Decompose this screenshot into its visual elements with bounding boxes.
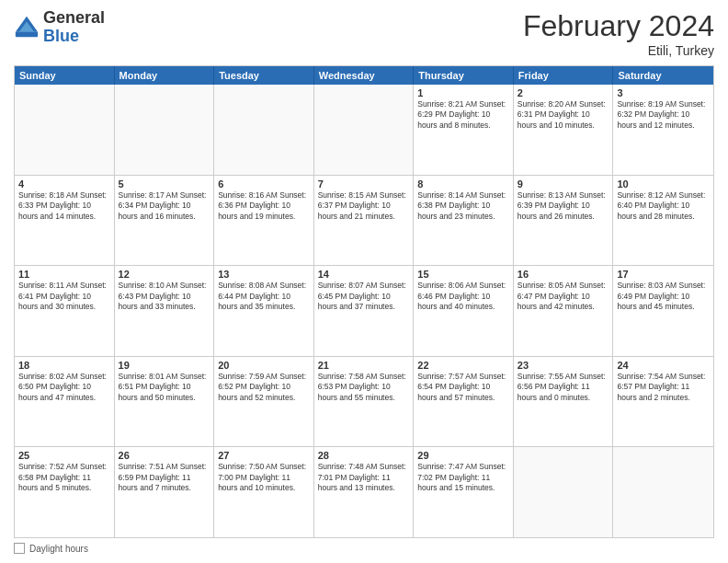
- day-number: 19: [119, 360, 210, 371]
- cal-cell-w0-d2: [214, 85, 314, 175]
- week-row-2: 11Sunrise: 8:11 AM Sunset: 6:41 PM Dayli…: [15, 265, 713, 356]
- day-number: 1: [417, 87, 509, 98]
- day-number: 23: [518, 360, 609, 371]
- logo-general: General: [43, 9, 105, 28]
- day-info: Sunrise: 8:13 AM Sunset: 6:39 PM Dayligh…: [518, 190, 609, 222]
- day-info: Sunrise: 8:07 AM Sunset: 6:45 PM Dayligh…: [318, 281, 410, 312]
- cal-cell-w2-d2: 13Sunrise: 8:08 AM Sunset: 6:44 PM Dayli…: [214, 266, 314, 356]
- day-info: Sunrise: 8:10 AM Sunset: 6:43 PM Dayligh…: [119, 281, 210, 312]
- day-number: 2: [518, 87, 609, 98]
- cal-cell-w4-d6: [613, 447, 713, 537]
- cal-cell-w4-d3: 28Sunrise: 7:48 AM Sunset: 7:01 PM Dayli…: [314, 447, 415, 537]
- day-number: 22: [417, 360, 509, 371]
- cal-cell-w3-d1: 19Sunrise: 8:01 AM Sunset: 6:51 PM Dayli…: [115, 357, 215, 447]
- day-number: 17: [617, 269, 710, 280]
- day-info: Sunrise: 8:01 AM Sunset: 6:51 PM Dayligh…: [119, 372, 210, 403]
- cal-cell-w2-d6: 17Sunrise: 8:03 AM Sunset: 6:49 PM Dayli…: [613, 266, 713, 356]
- location-title: Etili, Turkey: [523, 43, 714, 58]
- cal-cell-w1-d3: 7Sunrise: 8:15 AM Sunset: 6:37 PM Daylig…: [314, 176, 415, 266]
- header-monday: Monday: [115, 66, 215, 85]
- calendar: Sunday Monday Tuesday Wednesday Thursday…: [14, 65, 714, 538]
- cal-cell-w3-d5: 23Sunrise: 7:55 AM Sunset: 6:56 PM Dayli…: [514, 357, 614, 447]
- cal-cell-w1-d4: 8Sunrise: 8:14 AM Sunset: 6:38 PM Daylig…: [414, 176, 514, 266]
- footer: Daylight hours: [14, 543, 714, 554]
- header-tuesday: Tuesday: [214, 66, 314, 85]
- day-info: Sunrise: 8:02 AM Sunset: 6:50 PM Dayligh…: [18, 372, 110, 403]
- day-info: Sunrise: 8:17 AM Sunset: 6:34 PM Dayligh…: [119, 190, 210, 222]
- day-number: 8: [417, 178, 509, 190]
- cal-cell-w3-d6: 24Sunrise: 7:54 AM Sunset: 6:57 PM Dayli…: [613, 357, 713, 447]
- day-number: 12: [119, 269, 210, 280]
- day-info: Sunrise: 8:06 AM Sunset: 6:46 PM Dayligh…: [417, 281, 509, 312]
- day-number: 28: [318, 450, 410, 461]
- header-sunday: Sunday: [15, 66, 115, 85]
- day-info: Sunrise: 8:03 AM Sunset: 6:49 PM Dayligh…: [617, 281, 710, 312]
- cal-cell-w1-d6: 10Sunrise: 8:12 AM Sunset: 6:40 PM Dayli…: [613, 176, 713, 266]
- header: General Blue February 2024 Etili, Turkey: [14, 9, 714, 58]
- cal-cell-w4-d4: 29Sunrise: 7:47 AM Sunset: 7:02 PM Dayli…: [414, 447, 514, 537]
- day-info: Sunrise: 7:57 AM Sunset: 6:54 PM Dayligh…: [417, 372, 509, 403]
- day-info: Sunrise: 7:47 AM Sunset: 7:02 PM Dayligh…: [417, 462, 509, 493]
- day-number: 14: [318, 269, 410, 280]
- day-number: 11: [18, 269, 110, 280]
- day-number: 26: [119, 450, 210, 461]
- cal-cell-w3-d0: 18Sunrise: 8:02 AM Sunset: 6:50 PM Dayli…: [15, 357, 115, 447]
- day-number: 27: [218, 450, 310, 461]
- cal-cell-w4-d2: 27Sunrise: 7:50 AM Sunset: 7:00 PM Dayli…: [214, 447, 314, 537]
- daylight-label: Daylight hours: [29, 544, 88, 554]
- page: General Blue February 2024 Etili, Turkey…: [0, 0, 728, 563]
- day-number: 7: [318, 178, 410, 190]
- cal-cell-w2-d5: 16Sunrise: 8:05 AM Sunset: 6:47 PM Dayli…: [514, 266, 614, 356]
- day-number: 3: [617, 87, 710, 98]
- cal-cell-w1-d0: 4Sunrise: 8:18 AM Sunset: 6:33 PM Daylig…: [15, 176, 115, 266]
- day-info: Sunrise: 8:05 AM Sunset: 6:47 PM Dayligh…: [518, 281, 609, 312]
- month-title: February 2024: [523, 9, 714, 43]
- day-info: Sunrise: 7:48 AM Sunset: 7:01 PM Dayligh…: [318, 462, 410, 493]
- day-number: 16: [518, 269, 609, 280]
- day-number: 20: [218, 360, 310, 371]
- header-saturday: Saturday: [613, 66, 713, 85]
- header-wednesday: Wednesday: [314, 66, 415, 85]
- title-block: February 2024 Etili, Turkey: [523, 9, 714, 58]
- day-number: 6: [218, 178, 310, 190]
- cal-cell-w0-d6: 3Sunrise: 8:19 AM Sunset: 6:32 PM Daylig…: [613, 85, 713, 175]
- cal-cell-w1-d1: 5Sunrise: 8:17 AM Sunset: 6:34 PM Daylig…: [115, 176, 215, 266]
- cal-cell-w4-d0: 25Sunrise: 7:52 AM Sunset: 6:58 PM Dayli…: [15, 447, 115, 537]
- day-info: Sunrise: 8:21 AM Sunset: 6:29 PM Dayligh…: [417, 99, 509, 131]
- cal-cell-w4-d1: 26Sunrise: 7:51 AM Sunset: 6:59 PM Dayli…: [115, 447, 215, 537]
- day-info: Sunrise: 7:59 AM Sunset: 6:52 PM Dayligh…: [218, 372, 310, 403]
- day-number: 15: [417, 269, 509, 280]
- calendar-body: 1Sunrise: 8:21 AM Sunset: 6:29 PM Daylig…: [15, 85, 713, 537]
- cal-cell-w2-d1: 12Sunrise: 8:10 AM Sunset: 6:43 PM Dayli…: [115, 266, 215, 356]
- day-info: Sunrise: 8:14 AM Sunset: 6:38 PM Dayligh…: [417, 190, 509, 222]
- cal-cell-w1-d2: 6Sunrise: 8:16 AM Sunset: 6:36 PM Daylig…: [214, 176, 314, 266]
- day-number: 13: [218, 269, 310, 280]
- logo-icon: [14, 15, 40, 40]
- logo: General Blue: [14, 9, 105, 46]
- day-info: Sunrise: 8:19 AM Sunset: 6:32 PM Dayligh…: [617, 99, 710, 131]
- day-info: Sunrise: 8:11 AM Sunset: 6:41 PM Dayligh…: [18, 281, 110, 312]
- logo-text: General Blue: [43, 9, 105, 46]
- cal-cell-w1-d5: 9Sunrise: 8:13 AM Sunset: 6:39 PM Daylig…: [514, 176, 614, 266]
- day-number: 29: [417, 450, 509, 461]
- day-number: 24: [617, 360, 710, 371]
- calendar-header: Sunday Monday Tuesday Wednesday Thursday…: [15, 66, 713, 85]
- header-friday: Friday: [514, 66, 614, 85]
- cal-cell-w3-d3: 21Sunrise: 7:58 AM Sunset: 6:53 PM Dayli…: [314, 357, 415, 447]
- week-row-4: 25Sunrise: 7:52 AM Sunset: 6:58 PM Dayli…: [15, 446, 713, 537]
- logo-blue: Blue: [43, 28, 105, 46]
- cal-cell-w2-d0: 11Sunrise: 8:11 AM Sunset: 6:41 PM Dayli…: [15, 266, 115, 356]
- day-info: Sunrise: 8:16 AM Sunset: 6:36 PM Dayligh…: [218, 190, 310, 222]
- day-info: Sunrise: 7:54 AM Sunset: 6:57 PM Dayligh…: [617, 372, 710, 403]
- svg-rect-2: [16, 31, 38, 37]
- cal-cell-w2-d3: 14Sunrise: 8:07 AM Sunset: 6:45 PM Dayli…: [314, 266, 415, 356]
- day-info: Sunrise: 8:15 AM Sunset: 6:37 PM Dayligh…: [318, 190, 410, 222]
- week-row-1: 4Sunrise: 8:18 AM Sunset: 6:33 PM Daylig…: [15, 175, 713, 266]
- day-number: 10: [617, 178, 710, 190]
- day-number: 4: [18, 178, 110, 190]
- day-info: Sunrise: 8:20 AM Sunset: 6:31 PM Dayligh…: [518, 99, 609, 131]
- cal-cell-w2-d4: 15Sunrise: 8:06 AM Sunset: 6:46 PM Dayli…: [414, 266, 514, 356]
- day-info: Sunrise: 7:52 AM Sunset: 6:58 PM Dayligh…: [18, 462, 110, 493]
- day-number: 9: [518, 178, 609, 190]
- header-thursday: Thursday: [414, 66, 514, 85]
